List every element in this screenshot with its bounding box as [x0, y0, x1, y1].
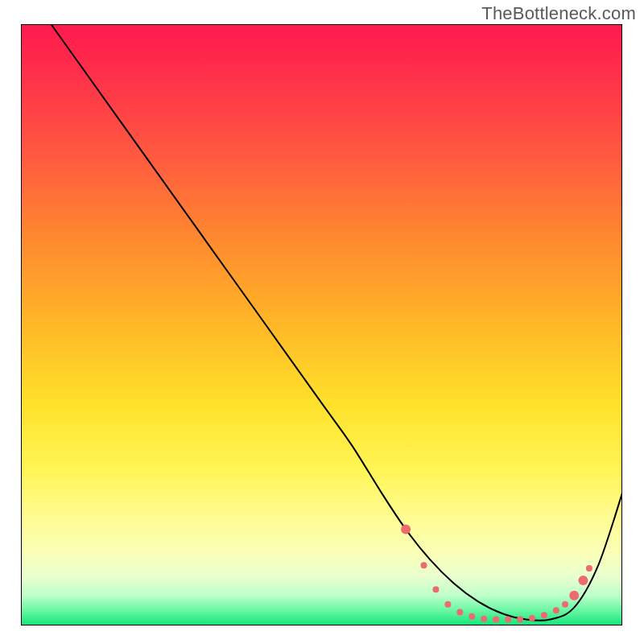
- chart-container: TheBottleneck.com: [0, 0, 644, 644]
- watermark-text: TheBottleneck.com: [481, 3, 636, 24]
- plot-gradient-background: [21, 24, 622, 625]
